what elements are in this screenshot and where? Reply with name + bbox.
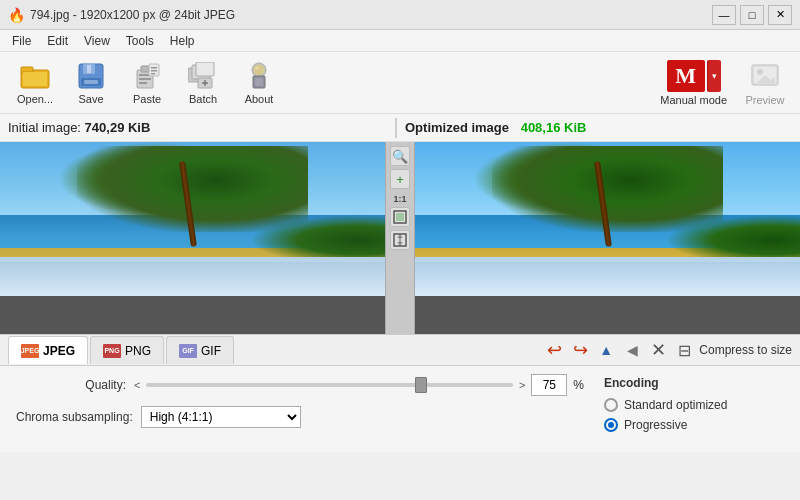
percent-label: % <box>573 378 584 392</box>
undo-button[interactable]: ↩ <box>543 339 565 361</box>
paste-icon <box>131 61 163 91</box>
svg-rect-7 <box>84 80 98 84</box>
svg-rect-27 <box>255 78 263 86</box>
svg-rect-14 <box>151 67 157 69</box>
quality-slider[interactable] <box>146 383 512 387</box>
minimize-button[interactable]: — <box>712 5 736 25</box>
menu-edit[interactable]: Edit <box>39 32 76 50</box>
encoding-panel: Encoding Standard optimized Progressive <box>604 374 784 444</box>
chroma-row: Chroma subsampling: High (4:1:1) Medium … <box>16 406 584 428</box>
save-label: Save <box>78 93 103 105</box>
format-tab-bar: JPEG JPEG PNG PNG GIF GIF ↩ ↪ ▲ ◀ ✕ ⊟ Co… <box>0 334 800 366</box>
preview-label: Preview <box>745 94 784 106</box>
menu-help[interactable]: Help <box>162 32 203 50</box>
progressive-radio[interactable]: Progressive <box>604 418 784 432</box>
compress-icon[interactable]: ⊟ <box>673 339 695 361</box>
about-button[interactable]: About <box>232 56 286 110</box>
svg-rect-11 <box>139 78 151 80</box>
svg-point-24 <box>254 65 264 75</box>
fit-button[interactable] <box>390 207 410 227</box>
about-label: About <box>245 93 274 105</box>
triangle-icon[interactable]: ▲ <box>595 339 617 361</box>
menu-tools[interactable]: Tools <box>118 32 162 50</box>
jpeg-tab[interactable]: JPEG JPEG <box>8 336 88 364</box>
menu-view[interactable]: View <box>76 32 118 50</box>
chroma-select[interactable]: High (4:1:1) Medium (4:2:2) Low (4:4:4) <box>141 406 301 428</box>
center-controls: 🔍 + 1:1 <box>385 142 415 334</box>
svg-rect-2 <box>23 72 47 86</box>
menu-file[interactable]: File <box>4 32 39 50</box>
svg-rect-16 <box>151 73 155 75</box>
progressive-radio-circle[interactable] <box>604 418 618 432</box>
batch-label: Batch <box>189 93 217 105</box>
open-button[interactable]: Open... <box>8 56 62 110</box>
gif-tab[interactable]: GIF GIF <box>166 336 234 364</box>
app-icon: 🔥 <box>8 7 24 23</box>
manual-mode-icon: M <box>667 60 705 92</box>
toolbar: Open... Save <box>0 52 800 114</box>
original-image-panel <box>0 142 385 334</box>
svg-point-30 <box>757 69 763 75</box>
chroma-label: Chroma subsampling: <box>16 410 133 424</box>
title-bar-title: 794.jpg - 1920x1200 px @ 24bit JPEG <box>30 8 235 22</box>
preview-button[interactable]: Preview <box>738 56 792 110</box>
zoom-in-plus[interactable]: + <box>390 169 410 189</box>
slider-thumb[interactable] <box>415 377 427 393</box>
optimized-image-panel <box>415 142 800 334</box>
close-button[interactable]: ✕ <box>768 5 792 25</box>
svg-rect-12 <box>139 82 147 84</box>
svg-point-25 <box>255 66 259 69</box>
manual-mode-dropdown[interactable]: ▾ <box>707 60 721 92</box>
settings-left-panel: Quality: < > % Chroma subsampling: High … <box>16 374 584 444</box>
initial-label: Initial image: <box>8 120 81 135</box>
prev-button[interactable]: ◀ <box>621 339 643 361</box>
save-button[interactable]: Save <box>64 56 118 110</box>
progressive-radio-label: Progressive <box>624 418 687 432</box>
info-bar: Initial image: 740,29 KiB Optimized imag… <box>0 114 800 142</box>
manual-mode-label: Manual mode <box>660 94 727 106</box>
standard-radio-circle[interactable] <box>604 398 618 412</box>
redo-button[interactable]: ↪ <box>569 339 591 361</box>
svg-rect-1 <box>21 67 33 72</box>
png-icon: PNG <box>103 344 121 358</box>
manual-mode-button[interactable]: M ▾ Manual mode <box>651 56 736 110</box>
action-icons-area: ↩ ↪ ▲ ◀ ✕ ⊟ Compress to size <box>543 339 792 361</box>
menu-bar: File Edit View Tools Help <box>0 30 800 52</box>
gif-icon: GIF <box>179 344 197 358</box>
zoom-in-button[interactable]: 🔍 <box>390 146 410 166</box>
quality-input[interactable] <box>531 374 567 396</box>
png-tab[interactable]: PNG PNG <box>90 336 164 364</box>
svg-rect-15 <box>151 70 157 72</box>
quality-slider-container: < > % <box>134 374 584 396</box>
paste-label: Paste <box>133 93 161 105</box>
zoom-ratio-label: 1:1 <box>393 194 406 204</box>
about-icon <box>243 61 275 91</box>
optimized-label: Optimized image <box>405 120 509 135</box>
preview-icon <box>749 60 781 92</box>
compare-button[interactable] <box>390 230 410 250</box>
save-icon <box>75 61 107 91</box>
paste-button[interactable]: Paste <box>120 56 174 110</box>
title-bar: 🔥 794.jpg - 1920x1200 px @ 24bit JPEG — … <box>0 0 800 30</box>
gif-tab-label: GIF <box>201 344 221 358</box>
svg-rect-19 <box>196 62 214 76</box>
quality-row: Quality: < > % <box>16 374 584 396</box>
optimized-image-info: Optimized image 408,16 KiB <box>397 120 792 135</box>
encoding-title: Encoding <box>604 376 784 390</box>
settings-area: Quality: < > % Chroma subsampling: High … <box>0 366 800 452</box>
open-icon <box>19 61 51 91</box>
svg-rect-5 <box>87 65 91 73</box>
standard-radio[interactable]: Standard optimized <box>604 398 784 412</box>
next-button[interactable]: ✕ <box>647 339 669 361</box>
batch-button[interactable]: Batch <box>176 56 230 110</box>
quality-label: Quality: <box>16 378 126 392</box>
optimized-size: 408,16 KiB <box>521 120 587 135</box>
slider-min-arrow[interactable]: < <box>134 379 140 391</box>
maximize-button[interactable]: □ <box>740 5 764 25</box>
window-controls: — □ ✕ <box>712 5 792 25</box>
svg-rect-9 <box>141 66 149 72</box>
slider-max-arrow[interactable]: > <box>519 379 525 391</box>
compress-label[interactable]: Compress to size <box>699 343 792 357</box>
initial-image-info: Initial image: 740,29 KiB <box>8 120 395 135</box>
original-image <box>0 142 385 334</box>
